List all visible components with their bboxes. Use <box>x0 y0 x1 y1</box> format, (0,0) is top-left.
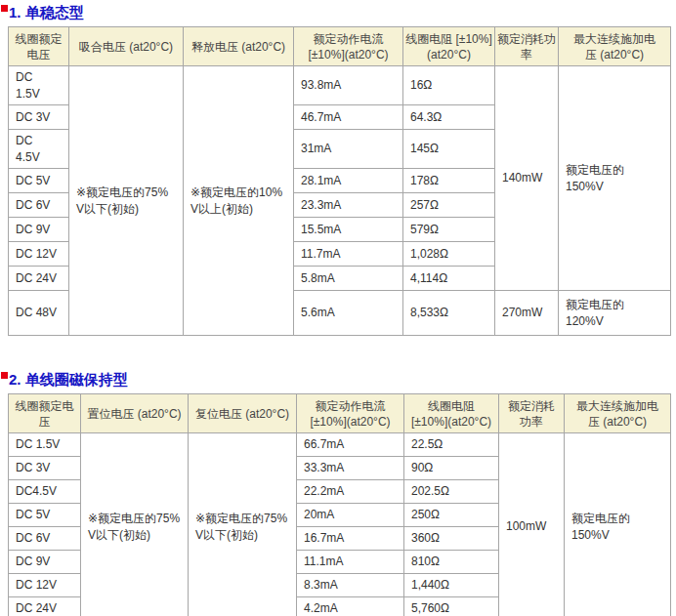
header-row: 线圈额定 电压 吸合电压 (at20°C) 释放电压 (at20°C) 额定动作… <box>9 27 671 66</box>
max-voltage-cell: 额定电压的 150%V <box>559 66 671 291</box>
voltage-cell: DC 9V <box>9 551 81 574</box>
max-voltage-cell: 额定电压的 120%V <box>559 291 671 336</box>
resistance-cell: 250Ω <box>404 504 499 527</box>
pickup-voltage-cell: ※额定电压的75% V以下(初始) <box>69 66 184 336</box>
current-cell: 66.7mA <box>297 433 404 457</box>
voltage-cell: DC 24V <box>9 267 69 291</box>
resistance-cell: 4,114Ω <box>403 267 495 291</box>
col-header-coil-resistance: 线圈电阻 [±10%](at20°C) <box>404 394 499 433</box>
release-voltage-cell: ※额定电压的10% V以上(初始) <box>184 66 294 336</box>
set-voltage-cell: ※额定电压的75% V以下(初始) <box>81 433 189 616</box>
voltage-cell: DC 6V <box>9 193 69 218</box>
col-header-max-voltage: 最大连续施加电 压 (at20°C) <box>565 394 671 433</box>
resistance-cell: 22.5Ω <box>404 433 499 457</box>
voltage-cell: DC 9V <box>9 218 69 242</box>
voltage-cell: DC4.5V <box>9 480 81 504</box>
col-header-rated-current: 额定动作电流 [±10%](at20°C) <box>294 27 403 66</box>
current-cell: 11.1mA <box>297 551 404 574</box>
voltage-cell: DC 48V <box>9 291 69 336</box>
col-header-rated-power: 额定消耗功 率 <box>495 27 559 66</box>
current-cell: 46.7mA <box>294 105 403 130</box>
current-cell: 93.8mA <box>294 66 403 105</box>
current-cell: 5.6mA <box>294 291 403 336</box>
voltage-cell: DC 24V <box>9 597 81 616</box>
col-header-pickup-voltage: 吸合电压 (at20°C) <box>69 27 184 66</box>
power-cell: 100mW <box>499 433 565 616</box>
section-title-latching: 2. 单线圈磁保持型 <box>1 370 676 389</box>
header-row: 线圈额定电 压 置位电压 (at20°C) 复位电压 (at20°C) 额定动作… <box>9 394 671 433</box>
col-header-set-voltage: 置位电压 (at20°C) <box>81 394 189 433</box>
col-header-rated-power: 额定消耗 功率 <box>499 394 565 433</box>
current-cell: 16.7mA <box>297 527 404 551</box>
max-voltage-cell: 额定电压的 150%V <box>565 433 671 616</box>
resistance-cell: 257Ω <box>403 193 495 218</box>
resistance-cell: 1,028Ω <box>403 242 495 267</box>
voltage-cell: DC 1.5V <box>9 66 69 105</box>
current-cell: 4.2mA <box>297 597 404 616</box>
section-title-text: 2. 单线圈磁保持型 <box>9 371 128 388</box>
voltage-cell: DC 5V <box>9 169 69 193</box>
current-cell: 23.3mA <box>294 193 403 218</box>
resistance-cell: 360Ω <box>404 527 499 551</box>
current-cell: 8.3mA <box>297 574 404 597</box>
col-header-max-voltage: 最大连续施加电 压 (at20°C) <box>559 27 671 66</box>
section-bullet-icon <box>1 372 8 379</box>
resistance-cell: 579Ω <box>403 218 495 242</box>
col-header-release-voltage: 释放电压 (at20°C) <box>184 27 294 66</box>
current-cell: 28.1mA <box>294 169 403 193</box>
current-cell: 11.7mA <box>294 242 403 267</box>
spec-page: 1. 单稳态型 线圈额定 电压 吸合电压 (at20°C) 释放电压 (at20… <box>0 0 676 616</box>
section-bullet-icon <box>1 5 8 12</box>
col-header-reset-voltage: 复位电压 (at20°C) <box>189 394 297 433</box>
voltage-cell: DC 12V <box>9 242 69 267</box>
current-cell: 33.3mA <box>297 457 404 480</box>
voltage-cell: DC 6V <box>9 527 81 551</box>
voltage-cell: DC 4.5V <box>9 130 69 169</box>
power-cell: 140mW <box>495 66 559 291</box>
voltage-cell: DC 3V <box>9 457 81 480</box>
current-cell: 22.2mA <box>297 480 404 504</box>
section-title-monostable: 1. 单稳态型 <box>1 3 676 21</box>
power-cell: 270mW <box>495 291 559 336</box>
voltage-cell: DC 1.5V <box>9 433 81 457</box>
col-header-coil-resistance: 线圈电阻 [±10%] (at20°C) <box>403 27 495 66</box>
col-header-rated-current: 额定动作电流 [±10%](at20°C) <box>297 394 404 433</box>
table-row: DC 1.5V ※额定电压的75% V以下(初始) ※额定电压的10% V以上(… <box>9 66 671 105</box>
reset-voltage-cell: ※额定电压的75% V以下(初始) <box>189 433 297 616</box>
resistance-cell: 64.3Ω <box>403 105 495 130</box>
resistance-cell: 8,533Ω <box>403 291 495 336</box>
resistance-cell: 1,440Ω <box>404 574 499 597</box>
current-cell: 15.5mA <box>294 218 403 242</box>
current-cell: 31mA <box>294 130 403 169</box>
col-header-coil-voltage: 线圈额定 电压 <box>9 27 69 66</box>
resistance-cell: 178Ω <box>403 169 495 193</box>
voltage-cell: DC 5V <box>9 504 81 527</box>
resistance-cell: 16Ω <box>403 66 495 105</box>
resistance-cell: 90Ω <box>404 457 499 480</box>
voltage-cell: DC 12V <box>9 574 81 597</box>
section-title-text: 1. 单稳态型 <box>9 4 84 21</box>
resistance-cell: 810Ω <box>404 551 499 574</box>
monostable-table: 线圈额定 电压 吸合电压 (at20°C) 释放电压 (at20°C) 额定动作… <box>8 26 671 336</box>
latching-table: 线圈额定电 压 置位电压 (at20°C) 复位电压 (at20°C) 额定动作… <box>8 393 671 616</box>
resistance-cell: 5,760Ω <box>404 597 499 616</box>
table-row: DC 1.5V ※额定电压的75% V以下(初始) ※额定电压的75% V以下(… <box>9 433 671 457</box>
current-cell: 5.8mA <box>294 267 403 291</box>
resistance-cell: 202.5Ω <box>404 480 499 504</box>
col-header-coil-voltage: 线圈额定电 压 <box>9 394 81 433</box>
voltage-cell: DC 3V <box>9 105 69 130</box>
current-cell: 20mA <box>297 504 404 527</box>
resistance-cell: 145Ω <box>403 130 495 169</box>
